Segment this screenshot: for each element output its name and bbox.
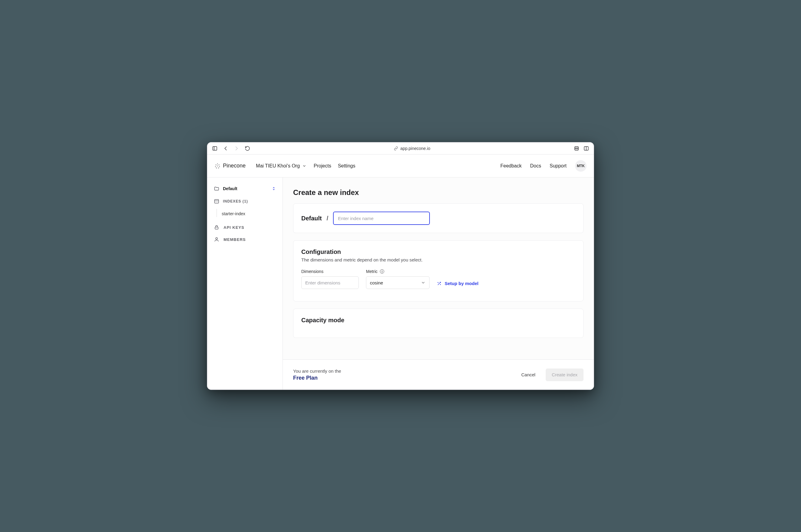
- project-selector[interactable]: Default: [212, 184, 278, 193]
- metric-value: cosine: [370, 280, 383, 285]
- brand-text: Pinecone: [223, 163, 245, 169]
- metric-select[interactable]: cosine: [366, 276, 430, 289]
- config-title: Configuration: [301, 248, 575, 255]
- app-window: app.pinecone.io Pinecone Mai TIEU Khoi's…: [207, 142, 594, 390]
- org-name: Mai TIEU Khoi's Org: [256, 163, 300, 169]
- indexes-label: INDEXES (1): [223, 199, 248, 204]
- sidebar-api-keys[interactable]: API KEYS: [212, 222, 278, 232]
- svg-rect-15: [215, 200, 219, 203]
- nav-docs[interactable]: Docs: [530, 163, 541, 169]
- reload-icon[interactable]: [245, 146, 250, 151]
- info-icon[interactable]: i: [380, 269, 384, 273]
- capacity-title: Capacity mode: [301, 317, 575, 324]
- tabs-icon[interactable]: [583, 146, 589, 151]
- svg-point-18: [216, 238, 218, 240]
- slash-separator: /: [327, 215, 328, 222]
- scroll-content: Create a new index Default / Configurati…: [283, 177, 594, 359]
- project-name: Default: [223, 186, 237, 191]
- pinecone-logo-icon: [215, 163, 220, 169]
- dimensions-input[interactable]: [301, 276, 359, 289]
- svg-point-9: [219, 165, 219, 165]
- svg-point-20: [440, 284, 440, 284]
- svg-point-19: [438, 282, 438, 283]
- extensions-icon[interactable]: [574, 146, 579, 151]
- sidebar-index-item[interactable]: starter-index: [212, 209, 278, 218]
- api-keys-label: API KEYS: [223, 225, 244, 230]
- svg-point-11: [217, 165, 218, 166]
- index-name-input[interactable]: [333, 212, 430, 225]
- database-icon: [214, 198, 219, 204]
- org-dropdown[interactable]: Mai TIEU Khoi's Org: [254, 162, 308, 170]
- app-body: Default INDEXES (1) starter-index API KE…: [207, 177, 594, 390]
- folder-icon: [214, 186, 219, 191]
- main-content: Create a new index Default / Configurati…: [283, 177, 594, 390]
- link-icon: [394, 146, 398, 151]
- metric-field: Metric i cosine: [366, 269, 430, 289]
- svg-point-12: [219, 166, 220, 167]
- capacity-card: Capacity mode: [293, 309, 583, 338]
- url-text: app.pinecone.io: [401, 146, 431, 151]
- svg-point-8: [216, 165, 216, 165]
- cancel-button[interactable]: Cancel: [515, 368, 542, 381]
- svg-point-10: [215, 166, 216, 167]
- page-title: Create a new index: [293, 188, 583, 197]
- plan-note: You are currently on the: [293, 368, 341, 374]
- svg-rect-2: [575, 147, 578, 150]
- forward-icon: [234, 146, 239, 151]
- svg-rect-0: [213, 147, 217, 150]
- address-bar[interactable]: app.pinecone.io: [254, 146, 569, 151]
- nav-feedback[interactable]: Feedback: [500, 163, 522, 169]
- index-name-card: Default /: [293, 204, 583, 233]
- plan-info: You are currently on the Free Plan: [293, 368, 341, 381]
- svg-point-13: [216, 168, 217, 168]
- sidebar-toggle-icon[interactable]: [212, 146, 218, 151]
- sort-icon: [272, 187, 276, 191]
- brand[interactable]: Pinecone: [215, 163, 245, 169]
- members-label: MEMBERS: [223, 237, 245, 242]
- setup-link-text: Setup by model: [445, 281, 478, 286]
- create-index-button: Create index: [546, 368, 583, 381]
- plan-name[interactable]: Free Plan: [293, 375, 341, 381]
- nav-support[interactable]: Support: [550, 163, 567, 169]
- svg-point-14: [218, 168, 219, 168]
- user-icon: [214, 237, 219, 242]
- dimensions-field: Dimensions: [301, 269, 359, 289]
- back-icon[interactable]: [223, 146, 229, 151]
- configuration-card: Configuration The dimensions and metric …: [293, 240, 583, 301]
- app-header: Pinecone Mai TIEU Khoi's Org Projects Se…: [207, 154, 594, 177]
- svg-point-7: [217, 164, 218, 164]
- sidebar-members[interactable]: MEMBERS: [212, 234, 278, 245]
- wand-icon: [437, 281, 442, 286]
- browser-toolbar: app.pinecone.io: [207, 142, 594, 154]
- footer-bar: You are currently on the Free Plan Cance…: [283, 359, 594, 390]
- dimensions-label: Dimensions: [301, 269, 359, 274]
- setup-by-model-link[interactable]: Setup by model: [437, 281, 478, 289]
- avatar-initials: MTK: [577, 164, 585, 168]
- chevron-down-icon: [302, 164, 306, 168]
- chevron-down-icon: [421, 280, 425, 285]
- avatar[interactable]: MTK: [575, 160, 586, 172]
- sidebar: Default INDEXES (1) starter-index API KE…: [207, 177, 283, 390]
- metric-label: Metric i: [366, 269, 430, 274]
- svg-rect-17: [215, 227, 218, 229]
- lock-icon: [214, 225, 219, 230]
- index-prefix: Default: [301, 215, 322, 222]
- config-subtitle: The dimensions and metric depend on the …: [301, 257, 575, 262]
- sidebar-indexes-header[interactable]: INDEXES (1): [212, 197, 278, 206]
- nav-settings[interactable]: Settings: [338, 163, 356, 169]
- nav-projects[interactable]: Projects: [314, 163, 331, 169]
